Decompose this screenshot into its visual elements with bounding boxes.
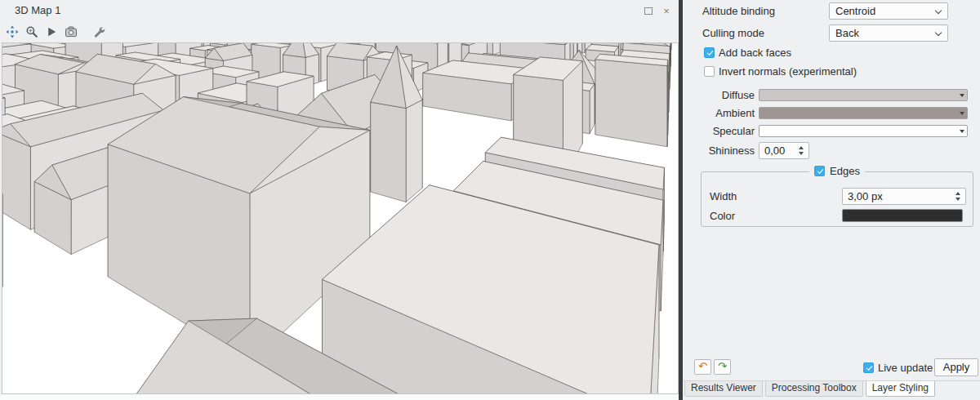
add-back-faces-label: Add back faces [719,47,791,59]
edges-color-button[interactable] [842,209,963,222]
live-update-checkbox[interactable] [863,362,874,373]
apply-button[interactable]: Apply [934,358,978,376]
zoom-full-icon [25,25,38,38]
invert-normals-checkbox[interactable] [704,66,715,77]
camera-control-button[interactable] [4,24,20,39]
layer-styling-panel: Altitude binding Centroid Culling mode B… [683,0,980,400]
edges-color-label: Color [710,210,735,222]
shininess-spinbox[interactable]: 0,00 [759,142,809,159]
live-update-label: Live update [878,362,933,374]
camera-control-icon [6,25,19,38]
diffuse-label: Diffuse [683,89,755,101]
ambient-label: Ambient [683,107,755,119]
shininess-label: Shininess [683,144,755,157]
tab-layer-styling[interactable]: Layer Styling [866,381,935,397]
save-image-icon [65,25,78,38]
edges-width-value: 3,00 px [848,190,883,202]
edges-width-label: Width [710,190,737,202]
configure-button[interactable] [91,24,107,39]
altitude-binding-label: Altitude binding [702,5,775,17]
float-panel-icon[interactable] [643,5,654,16]
edges-title-label: Edges [830,165,860,177]
redo-icon: ↷ [718,360,727,372]
undo-icon: ↶ [698,360,707,372]
float-glyph [644,7,653,15]
3d-map-toolbar [4,24,107,39]
undo-style-button[interactable]: ↶ [694,359,711,375]
tab-results-viewer[interactable]: Results Viewer [684,381,763,397]
dock-title: 3D Map 1 [15,4,60,16]
culling-mode-value: Back [835,27,859,39]
zoom-full-button[interactable] [24,24,39,39]
statusbar-strip [0,394,679,400]
save-image-button[interactable] [63,24,78,39]
diffuse-color-button[interactable] [759,89,968,101]
bottom-dock-tabbar: Results Viewer Processing Toolbox Layer … [683,380,980,398]
culling-mode-combobox[interactable]: Back [829,24,948,42]
edges-width-spinbox[interactable]: 3,00 px [842,188,966,205]
shininess-value: 0,00 [764,144,785,157]
animations-button[interactable] [43,24,59,39]
animations-play-icon [45,25,58,38]
close-panel-icon[interactable]: × [661,5,672,16]
edges-groupbox: Edges Width 3,00 px Color [701,171,973,227]
configure-icon [93,25,106,38]
altitude-binding-combobox[interactable]: Centroid [829,2,948,20]
3d-map-viewport[interactable] [2,42,679,394]
edges-group-title: Edges [809,165,865,177]
ambient-color-button[interactable] [759,107,968,119]
3d-map-canvas[interactable] [2,43,678,393]
specular-label: Specular [683,125,755,137]
tab-processing-toolbox[interactable]: Processing Toolbox [765,381,863,397]
add-back-faces-checkbox[interactable] [704,47,715,58]
altitude-binding-value: Centroid [835,5,875,17]
invert-normals-label: Invert normals (experimental) [719,65,857,78]
edges-checkbox[interactable] [814,166,825,176]
3d-map-dock: 3D Map 1 × [0,0,679,400]
culling-mode-label: Culling mode [702,27,764,39]
redo-style-button[interactable]: ↷ [714,359,731,375]
specular-color-button[interactable] [759,125,968,137]
